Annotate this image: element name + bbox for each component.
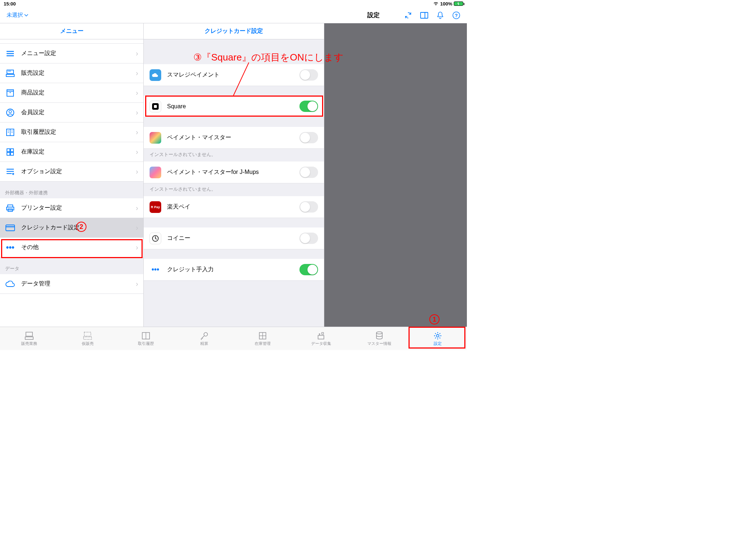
nav-bar: 未選択 設定 ? (0, 7, 467, 23)
menu-item-product-settings[interactable]: 商品設定› (0, 83, 143, 103)
nav-selector-label: 未選択 (7, 12, 23, 19)
svg-rect-0 (421, 12, 428, 18)
tab-history[interactable]: 取引履歴 (117, 327, 175, 350)
main-columns: メニュー メニュー設定› 販売設定› 商品設定› 会員設定› 取引履歴設定› (0, 23, 467, 327)
menu-item-printer-settings[interactable]: プリンター設定› (0, 198, 143, 218)
bell-icon[interactable] (436, 11, 444, 19)
printer-icon (5, 203, 15, 213)
chevron-right-icon: › (136, 280, 138, 288)
hamburger-icon (5, 48, 15, 59)
section-devices-label: 外部機器・外部連携 (0, 182, 143, 198)
menu-item-history-settings[interactable]: 取引履歴設定› (0, 122, 143, 142)
menu-item-stock-settings[interactable]: 在庫設定› (0, 142, 143, 162)
payment-row-label: クレジット手入力 (167, 266, 214, 273)
box-icon (5, 88, 15, 98)
help-icon[interactable]: ? (452, 11, 460, 19)
register-icon (24, 331, 34, 341)
chevron-right-icon: › (136, 204, 138, 212)
svg-rect-7 (7, 70, 13, 74)
menu-item-data-management[interactable]: データ管理› (0, 274, 143, 294)
menu-item-option-settings[interactable]: オプション設定› (0, 162, 143, 182)
menu-item-label: オプション設定 (21, 168, 62, 175)
payment-row-coiney[interactable]: コイニー (144, 228, 324, 249)
svg-rect-39 (25, 337, 33, 339)
dashed-register-icon (83, 331, 92, 341)
menu-item-label: 販売設定 (21, 69, 44, 77)
toggle-meister[interactable] (299, 132, 318, 143)
menu-item-label: その他 (21, 244, 39, 251)
payment-row-square[interactable]: Square (144, 96, 324, 117)
svg-point-44 (204, 332, 208, 336)
collect-icon (316, 331, 326, 341)
menu-item-label: 会員設定 (21, 109, 44, 116)
menu-item-sales-settings[interactable]: 販売設定› (0, 63, 143, 83)
svg-point-14 (9, 110, 12, 113)
chevron-right-icon: › (136, 69, 138, 77)
tab-settlement[interactable]: 精算 (175, 327, 233, 350)
toggle-manual[interactable] (299, 264, 318, 275)
menu-item-label: データ管理 (21, 280, 50, 288)
svg-rect-33 (6, 225, 15, 231)
svg-point-50 (376, 332, 382, 334)
menu-item-member-settings[interactable]: 会員設定› (0, 103, 143, 122)
menu-item-label: 在庫設定 (21, 148, 44, 156)
svg-rect-8 (6, 74, 14, 77)
payment-row-label: スマレジペイメント (167, 71, 220, 79)
tab-settings[interactable]: 設定 (409, 327, 467, 350)
mid-panel-header: クレジットカード設定 (144, 23, 324, 39)
split-view-icon[interactable] (420, 11, 428, 19)
tab-label: 仮販売 (82, 341, 94, 346)
sync-icon[interactable] (404, 11, 412, 19)
toggle-square[interactable] (299, 101, 318, 112)
callout-step3: ③『Square』の項目をONにします (193, 51, 344, 64)
chevron-right-icon: › (136, 49, 138, 58)
menu-item-label: クレジットカード設定 (21, 224, 80, 232)
tab-label: 販売業務 (21, 341, 37, 346)
svg-rect-49 (322, 332, 324, 334)
menu-item-other-settings[interactable]: ••• その他› (0, 238, 143, 257)
tab-master[interactable]: マスター情報 (350, 327, 409, 350)
tab-stock[interactable]: 在庫管理 (233, 327, 292, 350)
svg-rect-48 (318, 335, 324, 339)
callout-badge-1: 1 (429, 314, 440, 324)
chevron-down-icon (24, 14, 28, 16)
menu-item-menu-settings[interactable]: メニュー設定› (0, 44, 143, 63)
tab-label: 取引履歴 (138, 341, 154, 346)
tab-label: データ収集 (311, 341, 331, 346)
toggle-coiney[interactable] (299, 233, 318, 244)
status-bar: 15:00 100% (0, 0, 467, 7)
credit-card-icon (5, 223, 15, 233)
payment-row-meister-jmups[interactable]: ペイメント・マイスターfor J-Mups (144, 162, 324, 183)
tab-temp-sales[interactable]: 仮販売 (58, 327, 117, 350)
meister-app-icon (150, 132, 161, 144)
tab-label: 在庫管理 (255, 341, 271, 346)
user-icon (5, 108, 15, 118)
payment-row-smaregi[interactable]: スマレジペイメント (144, 64, 324, 86)
chevron-right-icon: › (136, 243, 138, 252)
callout-badge-2: 2 (76, 222, 86, 232)
rpay-app-icon: R Pay (150, 201, 161, 213)
payment-row-label: ペイメント・マイスター (167, 134, 231, 141)
toggle-meister-jmups[interactable] (299, 167, 318, 178)
payment-row-label: Square (167, 103, 186, 110)
right-panel (324, 23, 467, 327)
payment-row-manual[interactable]: ••• クレジット手入力 (144, 259, 324, 281)
tab-sales[interactable]: 販売業務 (0, 327, 58, 350)
svg-rect-41 (84, 337, 92, 339)
note-meister: インストールされていません。 (144, 149, 324, 162)
manual-dots-icon: ••• (150, 264, 161, 276)
tab-data-collect[interactable]: データ収集 (292, 327, 350, 350)
toggle-rpay[interactable] (299, 201, 318, 213)
toggle-smaregi[interactable] (299, 69, 318, 81)
menu-item-credit-card-settings[interactable]: クレジットカード設定› (0, 218, 143, 238)
svg-rect-22 (11, 149, 13, 152)
tab-label: 設定 (434, 341, 442, 346)
register-icon (5, 68, 15, 78)
svg-rect-21 (7, 149, 10, 152)
nav-selector[interactable]: 未選択 (7, 12, 28, 19)
payment-row-rpay[interactable]: R Pay 楽天ペイ (144, 196, 324, 218)
payment-row-label: コイニー (167, 234, 190, 242)
payment-row-meister[interactable]: ペイメント・マイスター (144, 127, 324, 149)
menu-item-label: 取引履歴設定 (21, 128, 56, 136)
svg-text:?: ? (455, 12, 458, 18)
